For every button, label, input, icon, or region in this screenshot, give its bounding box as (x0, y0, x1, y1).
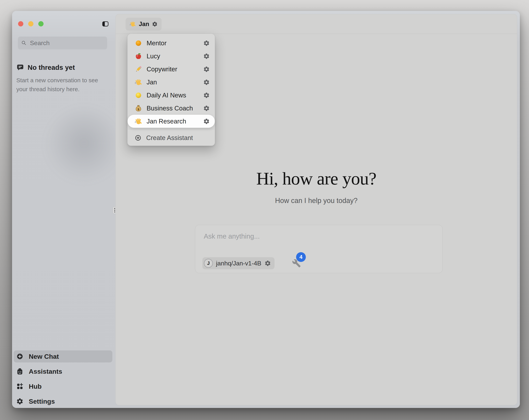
zoom-button[interactable] (38, 21, 43, 27)
assistant-icon (134, 91, 142, 99)
sidebar: No threads yet Start a new conversation … (12, 11, 116, 408)
assistant-icon (134, 78, 142, 86)
assistant-gear-icon[interactable] (203, 79, 210, 86)
assistant-icon: $ (134, 104, 142, 112)
assistant-icon (134, 65, 142, 73)
nav-icon (16, 368, 24, 375)
sidebar-nav-item[interactable]: Settings (13, 395, 112, 407)
assistant-gear-icon[interactable] (203, 53, 210, 59)
greeting-title: Hi, how are you? (116, 169, 517, 189)
sidebar-decoration-blob (47, 110, 121, 184)
chat-bubble-icon (16, 64, 24, 71)
assistant-gear-icon[interactable] (203, 105, 210, 112)
assistant-menu-item[interactable]: $ Business Coach (128, 102, 215, 115)
assistant-settings-icon[interactable] (152, 21, 158, 27)
assistant-gear-icon[interactable] (203, 92, 210, 99)
assistant-label: Business Coach (146, 105, 193, 112)
model-avatar: J (204, 259, 213, 268)
assistant-label: Daily AI News (146, 92, 186, 99)
window-controls (18, 21, 43, 27)
assistant-gear-icon[interactable] (203, 66, 210, 72)
model-settings-icon[interactable] (264, 260, 271, 267)
svg-text:$: $ (137, 108, 139, 111)
create-assistant-label: Create Assistant (146, 134, 193, 142)
main-titlebar: Jan (116, 14, 517, 34)
nav-label: Assistants (29, 368, 62, 375)
search-field[interactable] (18, 37, 107, 49)
assistant-menu-item[interactable]: Daily AI News (128, 89, 215, 102)
close-button[interactable] (18, 21, 23, 27)
sidebar-nav-item[interactable]: Assistants (13, 365, 112, 378)
assistant-gear-icon[interactable] (203, 40, 210, 46)
nav-icon (16, 383, 24, 390)
minimize-button[interactable] (28, 21, 33, 27)
panel-toggle-icon (102, 20, 109, 27)
search-icon (21, 40, 27, 46)
create-assistant-button[interactable]: Create Assistant (128, 132, 215, 144)
sidebar-toggle-button[interactable] (102, 20, 109, 27)
sidebar-nav-item[interactable]: New Chat (13, 350, 112, 363)
assistant-icon (134, 52, 142, 60)
search-input[interactable] (29, 39, 107, 47)
greeting: Hi, how are you? How can I help you toda… (116, 169, 517, 205)
model-name: janhq/Jan-v1-4B (216, 260, 261, 267)
assistant-menu-item[interactable]: Jan (128, 76, 215, 89)
nav-icon (16, 398, 24, 405)
assistant-selector-button[interactable]: Jan (126, 18, 161, 30)
tools-button[interactable]: 4 (291, 252, 309, 270)
assistant-label: Copywriter (146, 66, 177, 73)
assistant-label: Jan Research (146, 118, 186, 125)
empty-state-description: Start a new conversation to see your thr… (16, 76, 104, 94)
plus-circle-icon (134, 134, 142, 141)
composer-card[interactable]: J janhq/Jan-v1-4B 4 (195, 225, 443, 273)
assistant-menu-list: Mentor Lucy Copywriter Jan Daily AI News… (128, 37, 215, 128)
menu-divider (128, 129, 215, 129)
assistant-label: Lucy (146, 53, 160, 60)
nav-label: Settings (29, 398, 55, 405)
nav-label: Hub (29, 383, 42, 390)
sidebar-nav: New Chat Assistants Hub Settings (13, 350, 112, 407)
assistant-gear-icon[interactable] (203, 118, 210, 125)
tools-badge: 4 (296, 252, 306, 262)
assistant-menu-item[interactable]: Copywriter (128, 63, 215, 76)
app-window: No threads yet Start a new conversation … (12, 11, 520, 408)
assistant-selector-label: Jan (139, 21, 149, 27)
nav-label: New Chat (29, 353, 59, 360)
wave-emoji-icon (130, 21, 136, 27)
empty-state-title: No threads yet (28, 64, 75, 71)
nav-icon (16, 353, 24, 360)
assistant-label: Jan (146, 79, 157, 86)
assistant-menu-item[interactable]: Jan Research (128, 115, 215, 128)
greeting-subtitle: How can I help you today? (116, 197, 517, 205)
assistant-icon (134, 117, 142, 125)
composer-input[interactable] (195, 225, 442, 248)
assistant-menu: Mentor Lucy Copywriter Jan Daily AI News… (127, 34, 215, 146)
assistant-menu-item[interactable]: Mentor (128, 37, 215, 50)
assistant-label: Mentor (146, 40, 167, 47)
assistant-menu-item[interactable]: Lucy (128, 50, 215, 63)
desktop-background: No threads yet Start a new conversation … (0, 0, 529, 420)
sidebar-nav-item[interactable]: Hub (13, 380, 112, 393)
assistant-icon (134, 39, 142, 47)
model-selector-button[interactable]: J janhq/Jan-v1-4B (202, 257, 275, 269)
